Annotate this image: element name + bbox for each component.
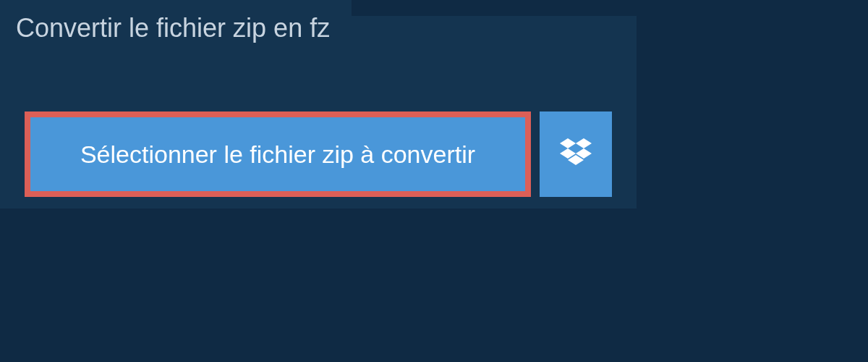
page-title-tab: Convertir le fichier zip en fz: [0, 0, 352, 56]
select-file-label: Sélectionner le fichier zip à convertir: [80, 140, 475, 169]
select-file-button[interactable]: Sélectionner le fichier zip à convertir: [25, 111, 531, 197]
dropbox-button[interactable]: [540, 111, 612, 197]
dropbox-icon: [560, 138, 592, 170]
action-row: Sélectionner le fichier zip à convertir: [25, 111, 612, 197]
page-title: Convertir le fichier zip en fz: [16, 13, 330, 43]
